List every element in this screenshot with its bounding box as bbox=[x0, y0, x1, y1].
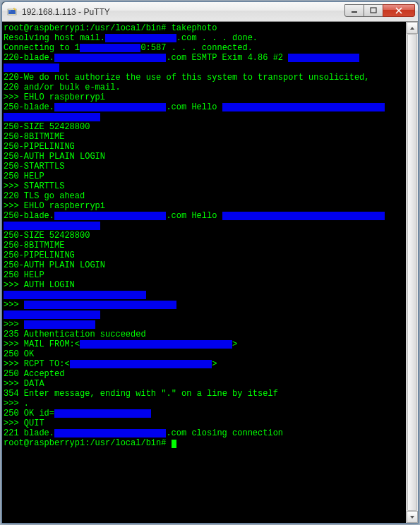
terminal-text: 250-PIPELINING bbox=[4, 251, 75, 260]
redacted-block bbox=[288, 54, 359, 62]
terminal-line: >>> QUIT bbox=[4, 418, 404, 428]
terminal-text: 354 Enter message, ending with "." on a … bbox=[4, 389, 278, 399]
terminal-text: >>> RCPT TO:< bbox=[4, 359, 70, 369]
scroll-down-button[interactable] bbox=[407, 511, 418, 523]
terminal-line: 250-PIPELINING bbox=[4, 142, 404, 152]
terminal-line: 250 OK id= bbox=[4, 409, 404, 418]
cursor bbox=[172, 440, 176, 448]
terminal-line: >>> bbox=[4, 300, 404, 310]
terminal-text: 250-SIZE 52428800 bbox=[4, 122, 90, 132]
terminal-line: 250-SIZE 52428800 bbox=[4, 122, 404, 132]
terminal-text: .com Hello bbox=[166, 102, 222, 112]
terminal-line: 250-PIPELINING bbox=[4, 251, 404, 260]
window-title: 192.168.1.113 - PuTTY bbox=[22, 7, 345, 17]
terminal-text: 250-AUTH PLAIN LOGIN bbox=[4, 260, 105, 270]
terminal-line: 220 and/or bulk e-mail. bbox=[4, 83, 404, 92]
terminal-text: 250-blade. bbox=[4, 211, 54, 221]
terminal-text: root@raspberrypi:/usr/local/bin# bbox=[4, 438, 172, 448]
terminal-line: 220-We do not authorize the use of this … bbox=[4, 73, 404, 83]
terminal-line: 221 blade..com closing connection bbox=[4, 428, 404, 438]
terminal-line: 220 TLS go ahead bbox=[4, 191, 404, 201]
titlebar[interactable]: 192.168.1.113 - PuTTY bbox=[2, 2, 418, 22]
terminal-line bbox=[4, 221, 404, 231]
terminal-text: 250-STARTTLS bbox=[4, 162, 64, 171]
terminal-line: 250 Accepted bbox=[4, 369, 404, 379]
close-button[interactable] bbox=[383, 4, 415, 17]
terminal-text: Resolving host mail. bbox=[4, 33, 105, 43]
redacted-block bbox=[54, 103, 166, 111]
terminal-text: Connecting to 1 bbox=[4, 43, 80, 53]
redacted-block bbox=[4, 64, 59, 72]
terminal-line: >>> MAIL FROM:<> bbox=[4, 339, 404, 349]
terminal-text: 250-blade. bbox=[4, 102, 54, 112]
terminal-text: 250 OK id= bbox=[4, 409, 54, 418]
terminal-line: 250-blade..com Hello bbox=[4, 211, 404, 221]
scroll-track[interactable] bbox=[407, 34, 418, 511]
terminal-text: 0:587 . . . connected. bbox=[140, 43, 252, 53]
terminal-text: 220 TLS go ahead bbox=[4, 191, 85, 201]
window-controls bbox=[345, 4, 415, 18]
terminal-line: 250 HELP bbox=[4, 270, 404, 280]
terminal-line: 250-STARTTLS bbox=[4, 162, 404, 171]
terminal-text: 250 OK bbox=[4, 349, 34, 359]
terminal-line: root@raspberrypi:/usr/local/bin# bbox=[4, 438, 404, 448]
terminal-text: >>> MAIL FROM:< bbox=[4, 339, 80, 349]
terminal-text: >>> STARTTLS bbox=[4, 181, 64, 191]
terminal-line: 250-AUTH PLAIN LOGIN bbox=[4, 260, 404, 270]
terminal-line: >>> bbox=[4, 320, 404, 330]
terminal-line: 250 HELP bbox=[4, 171, 404, 181]
terminal-text: root@raspberrypi:/usr/local/bin# takepho… bbox=[4, 23, 217, 33]
terminal-text: 220-blade. bbox=[4, 53, 54, 63]
terminal-text: >>> bbox=[4, 320, 24, 330]
redacted-block bbox=[4, 113, 100, 121]
redacted-block bbox=[4, 310, 100, 319]
redacted-block bbox=[222, 212, 385, 220]
terminal-text: 250 HELP bbox=[4, 270, 44, 280]
terminal-text: >>> DATA bbox=[4, 379, 44, 389]
terminal-text: >>> AUTH LOGIN bbox=[4, 280, 75, 290]
terminal-text: > bbox=[232, 339, 237, 349]
terminal-text: >>> QUIT bbox=[4, 418, 44, 428]
terminal-line: 235 Authentication succeeded bbox=[4, 330, 404, 339]
terminal-line: 354 Enter message, ending with "." on a … bbox=[4, 389, 404, 399]
minimize-button[interactable] bbox=[344, 4, 364, 17]
redacted-block bbox=[54, 409, 151, 418]
redacted-block bbox=[4, 291, 146, 299]
svg-rect-2 bbox=[9, 11, 11, 11]
terminal-text: 250-8BITMIME bbox=[4, 241, 64, 251]
terminal-text: >>> EHLO raspberrypi bbox=[4, 92, 105, 102]
terminal-line: Resolving host mail..com . . . done. bbox=[4, 33, 404, 43]
terminal-text: 221 blade. bbox=[4, 428, 54, 438]
scroll-thumb[interactable] bbox=[407, 34, 417, 511]
terminal-text: >>> . bbox=[4, 399, 29, 409]
terminal-line: 220-blade..com ESMTP Exim 4.86 #2 bbox=[4, 53, 404, 63]
terminal-text: 250-PIPELINING bbox=[4, 142, 75, 152]
terminal[interactable]: root@raspberrypi:/usr/local/bin# takepho… bbox=[2, 22, 406, 523]
redacted-block bbox=[70, 360, 212, 368]
terminal-line bbox=[4, 290, 404, 300]
terminal-line: >>> AUTH LOGIN bbox=[4, 280, 404, 290]
client-area: root@raspberrypi:/usr/local/bin# takepho… bbox=[2, 22, 418, 523]
terminal-text: .com closing connection bbox=[166, 428, 283, 438]
redacted-block bbox=[54, 212, 166, 220]
terminal-line bbox=[4, 310, 404, 320]
terminal-line: 250-blade..com Hello bbox=[4, 102, 404, 112]
redacted-block bbox=[80, 340, 232, 349]
terminal-line bbox=[4, 112, 404, 122]
terminal-text: 220-We do not authorize the use of this … bbox=[4, 73, 375, 83]
terminal-line bbox=[4, 63, 404, 73]
terminal-line: >>> STARTTLS bbox=[4, 181, 404, 191]
terminal-text: 250-8BITMIME bbox=[4, 132, 64, 142]
scrollbar[interactable] bbox=[406, 22, 418, 523]
putty-icon bbox=[6, 6, 18, 18]
scroll-up-button[interactable] bbox=[407, 22, 418, 34]
terminal-text: 250 Accepted bbox=[4, 369, 64, 379]
terminal-line: 250-SIZE 52428800 bbox=[4, 231, 404, 241]
maximize-button[interactable] bbox=[364, 4, 383, 17]
terminal-text: .com Hello bbox=[166, 211, 222, 221]
terminal-text: .com ESMTP Exim 4.86 #2 bbox=[166, 53, 288, 63]
terminal-text: > bbox=[212, 359, 217, 369]
terminal-text: 235 Authentication succeeded bbox=[4, 330, 146, 339]
redacted-block bbox=[105, 34, 176, 42]
terminal-line: 250 OK bbox=[4, 349, 404, 359]
